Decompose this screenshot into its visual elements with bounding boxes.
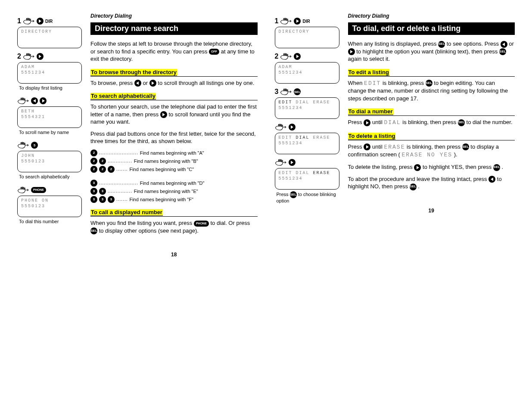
delete-paragraph-2: To delete the listing, press to highligh…: [348, 163, 515, 171]
arrow-right-icon: [294, 53, 301, 60]
intro-paragraph: When any listing is displayed, press SEL…: [348, 40, 515, 63]
key-3-icon: 3: [90, 180, 97, 187]
dial-example-row: 3 ........................ Find names be…: [90, 180, 258, 187]
lcd-screen: BETH 5554321: [17, 106, 82, 128]
step-arrow-header: [275, 159, 339, 166]
arrow-left-icon: [501, 41, 507, 48]
key-2-icon: 2: [99, 166, 106, 173]
caption: To dial this number: [19, 219, 82, 224]
hand-icon: [17, 186, 29, 194]
left-main: Directory Dialing Directory name search …: [90, 13, 258, 258]
key-5-icon: 5: [31, 142, 38, 149]
caption: To scroll name by name: [19, 130, 82, 135]
arrow-right-icon: [37, 18, 44, 25]
right-sidebar: 1 DIR DIRECTORY 2 ADAM 5551234 3 SEL: [275, 13, 339, 258]
step-2-header: 2: [275, 53, 339, 60]
lcd-screen: JOHN 5550123: [17, 151, 82, 172]
caption: To display first listing: [19, 85, 82, 91]
step-alpha-header: 5: [17, 141, 82, 149]
key-2-icon: 2: [99, 158, 106, 165]
arrow-right-icon: [294, 18, 301, 25]
arrow-right-icon: [364, 143, 370, 150]
left-sidebar: 1 DIR DIRECTORY 2 ADAM 5551234 To displa…: [17, 13, 82, 258]
hand-icon: [280, 17, 292, 25]
section-header: Directory Dialing: [348, 13, 515, 19]
hand-icon: [280, 53, 292, 60]
sel-button-icon: SEL: [462, 143, 469, 150]
edit-paragraph: When EDIT is blinking, press SEL to begi…: [348, 79, 515, 103]
subheading-dial: To dial a number: [348, 108, 393, 115]
hand-icon: [17, 141, 29, 149]
arrow-right-icon: [364, 119, 370, 126]
key-3-icon: 3: [90, 188, 97, 195]
key-2-icon: 2: [90, 166, 97, 173]
key-3-icon: 3: [99, 196, 106, 203]
arrow-left-icon: [31, 97, 38, 104]
lcd-screen: EDIT DIAL ERASE 5551234: [275, 133, 339, 154]
arrow-right-icon: [160, 111, 167, 118]
sel-button-icon: SEL: [294, 88, 301, 95]
sel-button-icon: SEL: [426, 80, 432, 87]
lcd-text: EDIT: [364, 80, 381, 87]
section-header: Directory Dialing: [90, 13, 258, 19]
hand-icon: [23, 17, 35, 25]
dial-example-row: 3 3 3 ....... Find names beginning with …: [90, 196, 258, 203]
caption: To search alphabetically: [19, 174, 82, 180]
delete-paragraph-3: To abort the procedure and leave the lis…: [348, 175, 515, 190]
step-arrow-header: [275, 123, 339, 131]
call-paragraph: When you find the listing you want, pres…: [90, 219, 258, 234]
sel-button-icon: SEL: [458, 119, 465, 126]
subheading-search: To search alphabetically: [90, 93, 156, 100]
caption: Press SEL to choose blinking option: [277, 191, 339, 204]
lcd-screen: DIRECTORY: [275, 27, 339, 48]
step-1-header: 1 DIR: [17, 17, 82, 25]
key-3-icon: 3: [90, 196, 97, 203]
subheading-call: To call a displayed number: [90, 209, 163, 216]
off-button-icon: OFF: [209, 49, 219, 55]
key-2-icon: 2: [90, 158, 97, 165]
lcd-text: ERASE: [384, 144, 405, 150]
page-number: 18: [90, 252, 258, 258]
browse-paragraph: To browse, press or to scroll through al…: [90, 79, 258, 87]
step-3-header: 3 SEL: [275, 88, 339, 96]
key-2-icon: 2: [108, 166, 115, 173]
key-3-icon: 3: [99, 188, 106, 195]
hand-icon: [23, 53, 35, 60]
arrow-right-icon: [289, 124, 296, 131]
arrow-right-icon: [348, 48, 355, 55]
lcd-screen: EDIT DIAL ERASE 5551234: [275, 168, 339, 190]
arrow-right-icon: [40, 97, 47, 104]
lcd-text: ERASE NO YES: [402, 152, 453, 158]
subheading-edit: To edit a listing: [348, 69, 389, 76]
arrow-right-icon: [289, 159, 296, 166]
search-paragraph-2: Press dial pad buttons once for the firs…: [90, 130, 258, 145]
arrow-left-icon: [488, 176, 495, 183]
arrow-left-icon: [134, 80, 141, 87]
hand-icon: [17, 97, 29, 105]
sel-button-icon: SEL: [493, 164, 500, 171]
search-paragraph-1: To shorten your search, use the telephon…: [90, 103, 258, 126]
subheading-browse: To browse through the directory: [90, 69, 177, 76]
arrow-right-icon: [37, 53, 44, 60]
lcd-screen: PHONE ON 5550123: [17, 196, 82, 217]
page-19: 1 DIR DIRECTORY 2 ADAM 5551234 3 SEL: [275, 13, 515, 258]
phone-icon: PHONE: [31, 187, 46, 193]
page-number: 19: [348, 208, 515, 214]
step-scroll-header: [17, 97, 82, 105]
page-18: 1 DIR DIRECTORY 2 ADAM 5551234 To displa…: [17, 13, 258, 258]
sel-button-icon: SEL: [90, 227, 97, 234]
arrow-right-icon: [149, 80, 156, 87]
dial-paragraph: Press until DIAL is blinking, then press…: [348, 118, 515, 127]
sel-button-icon: SEL: [290, 191, 297, 198]
dial-example-row: 2 2 ............... Find names beginning…: [90, 158, 258, 165]
arrow-right-icon: [414, 164, 421, 171]
delete-paragraph-1: Press until ERASE is blinking, then pres…: [348, 143, 515, 159]
page-title: To dial, edit or delete a listing: [348, 22, 515, 35]
dial-example-row: 2 ........................ Find names be…: [90, 149, 258, 156]
key-3-icon: 3: [108, 196, 115, 203]
page-title: Directory name search: [90, 22, 258, 35]
hand-icon: [275, 159, 287, 166]
dir-label: DIR: [302, 19, 310, 24]
hand-icon: [275, 123, 287, 131]
hand-icon: [280, 88, 292, 96]
